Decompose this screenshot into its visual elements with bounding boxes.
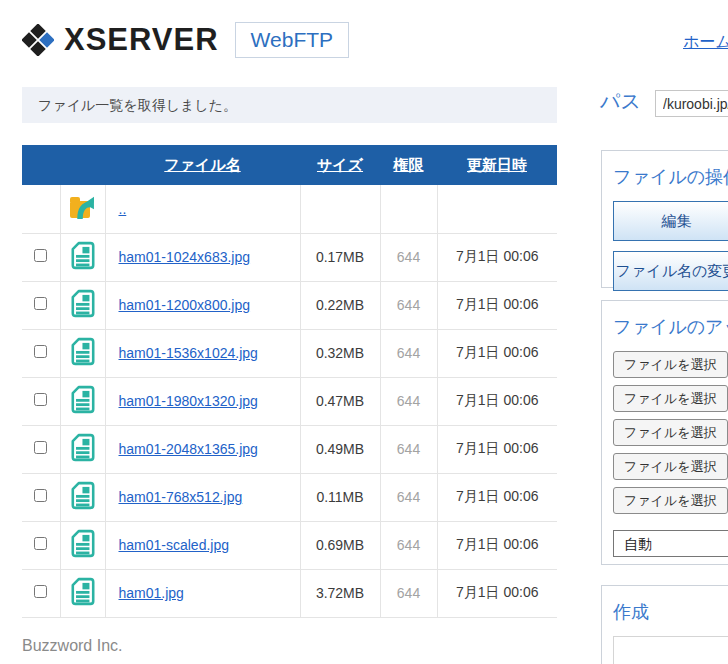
- webftp-badge: WebFTP: [235, 22, 349, 58]
- row-checkbox[interactable]: [34, 393, 47, 406]
- path-input[interactable]: [655, 90, 728, 117]
- file-modified: 7月1日 00:06: [437, 377, 557, 425]
- empty-cell: [300, 185, 380, 233]
- file-row: ham01-1024x683.jpg 0.17MB 644 7月1日 00:06: [22, 233, 557, 281]
- header-checkbox-spacer: [22, 145, 60, 185]
- file-permission: 644: [380, 569, 437, 617]
- file-operations-title: ファイルの操作: [613, 165, 728, 189]
- encoding-select[interactable]: 自動: [613, 530, 728, 557]
- file-operations-panel: ファイルの操作 編集 ファイル名の変更: [601, 150, 728, 288]
- file-permission: 644: [380, 377, 437, 425]
- path-label: パス: [600, 88, 641, 115]
- file-permission: 644: [380, 281, 437, 329]
- row-checkbox[interactable]: [34, 345, 47, 358]
- file-modified: 7月1日 00:06: [437, 521, 557, 569]
- file-link[interactable]: ham01-2048x1365.jpg: [119, 441, 258, 457]
- file-size: 0.69MB: [300, 521, 380, 569]
- file-size: 0.47MB: [300, 377, 380, 425]
- upload-panel: ファイルのアップロード ファイルを選択 ファイルを選択 ファイルを選択 ファイル…: [601, 300, 728, 565]
- row-checkbox[interactable]: [34, 489, 47, 502]
- file-modified: 7月1日 00:06: [437, 233, 557, 281]
- sort-size-link[interactable]: サイズ: [317, 156, 363, 173]
- row-checkbox[interactable]: [34, 441, 47, 454]
- column-permission: 権限: [380, 145, 437, 185]
- sort-permission-link[interactable]: 権限: [394, 156, 424, 173]
- empty-cell: [437, 185, 557, 233]
- edit-button[interactable]: 編集: [613, 201, 728, 241]
- file-link[interactable]: ham01-1024x683.jpg: [119, 249, 251, 265]
- create-title: 作成: [613, 600, 728, 624]
- file-modified: 7月1日 00:06: [437, 569, 557, 617]
- file-permission: 644: [380, 233, 437, 281]
- parent-directory-row: ..: [22, 185, 557, 233]
- file-modified: 7月1日 00:06: [437, 473, 557, 521]
- file-size: 0.32MB: [300, 329, 380, 377]
- file-row: ham01-1536x1024.jpg 0.32MB 644 7月1日 00:0…: [22, 329, 557, 377]
- home-link[interactable]: ホーム: [683, 32, 728, 53]
- file-size: 0.22MB: [300, 281, 380, 329]
- xserver-logo-icon: [22, 24, 54, 56]
- column-modified: 更新日時: [437, 145, 557, 185]
- file-row: ham01.jpg 3.72MB 644 7月1日 00:06: [22, 569, 557, 617]
- file-select-button-5[interactable]: ファイルを選択: [613, 487, 728, 514]
- file-permission: 644: [380, 521, 437, 569]
- file-select-button-2[interactable]: ファイルを選択: [613, 385, 728, 412]
- file-document-icon: [70, 577, 96, 606]
- sort-filename-link[interactable]: ファイル名: [164, 156, 240, 173]
- file-permission: 644: [380, 329, 437, 377]
- notice-bar: ファイル一覧を取得しました。: [22, 87, 557, 123]
- file-size: 0.17MB: [300, 233, 380, 281]
- upload-title: ファイルのアップロード: [613, 315, 728, 339]
- empty-cell: [22, 185, 60, 233]
- file-document-icon: [70, 385, 96, 414]
- file-link[interactable]: ham01-1980x1320.jpg: [119, 393, 258, 409]
- file-size: 0.11MB: [300, 473, 380, 521]
- column-filename: ファイル名: [105, 145, 300, 185]
- table-header-row: ファイル名 サイズ 権限 更新日時: [22, 145, 557, 185]
- file-document-icon: [70, 289, 96, 318]
- file-document-icon: [70, 481, 96, 510]
- file-document-icon: [70, 241, 96, 270]
- row-checkbox[interactable]: [34, 249, 47, 262]
- footer-company: Buzzword Inc.: [22, 637, 122, 655]
- file-document-icon: [70, 337, 96, 366]
- app-header: XSERVER WebFTP: [22, 22, 349, 58]
- file-row: ham01-1980x1320.jpg 0.47MB 644 7月1日 00:0…: [22, 377, 557, 425]
- brand-name: XSERVER: [64, 22, 219, 58]
- file-row: ham01-768x512.jpg 0.11MB 644 7月1日 00:06: [22, 473, 557, 521]
- file-link[interactable]: ham01-1200x800.jpg: [119, 297, 251, 313]
- file-modified: 7月1日 00:06: [437, 425, 557, 473]
- create-panel: 作成: [601, 585, 728, 664]
- file-size: 3.72MB: [300, 569, 380, 617]
- file-row: ham01-1200x800.jpg 0.22MB 644 7月1日 00:06: [22, 281, 557, 329]
- rename-button[interactable]: ファイル名の変更: [613, 251, 728, 291]
- file-permission: 644: [380, 473, 437, 521]
- header-icon-spacer: [60, 145, 105, 185]
- file-table-body: .. ham01-1024x683.jpg 0.17MB 644 7月1日 00…: [22, 185, 557, 617]
- empty-cell: [380, 185, 437, 233]
- parent-directory-link[interactable]: ..: [119, 201, 127, 217]
- folder-up-icon: [68, 194, 98, 221]
- row-checkbox[interactable]: [34, 537, 47, 550]
- file-row: ham01-scaled.jpg 0.69MB 644 7月1日 00:06: [22, 521, 557, 569]
- file-link[interactable]: ham01-1536x1024.jpg: [119, 345, 258, 361]
- file-table: ファイル名 サイズ 権限 更新日時 ..: [22, 145, 557, 618]
- file-size: 0.49MB: [300, 425, 380, 473]
- file-modified: 7月1日 00:06: [437, 281, 557, 329]
- row-checkbox[interactable]: [34, 585, 47, 598]
- file-link[interactable]: ham01.jpg: [119, 585, 184, 601]
- file-document-icon: [70, 433, 96, 462]
- file-select-button-4[interactable]: ファイルを選択: [613, 453, 728, 480]
- row-checkbox[interactable]: [34, 297, 47, 310]
- create-name-input[interactable]: [613, 636, 728, 664]
- file-document-icon: [70, 529, 96, 558]
- file-select-button-3[interactable]: ファイルを選択: [613, 419, 728, 446]
- file-select-button-1[interactable]: ファイルを選択: [613, 351, 728, 378]
- sort-modified-link[interactable]: 更新日時: [467, 156, 527, 173]
- file-modified: 7月1日 00:06: [437, 329, 557, 377]
- file-permission: 644: [380, 425, 437, 473]
- file-row: ham01-2048x1365.jpg 0.49MB 644 7月1日 00:0…: [22, 425, 557, 473]
- file-link[interactable]: ham01-scaled.jpg: [119, 537, 230, 553]
- column-size: サイズ: [300, 145, 380, 185]
- file-link[interactable]: ham01-768x512.jpg: [119, 489, 243, 505]
